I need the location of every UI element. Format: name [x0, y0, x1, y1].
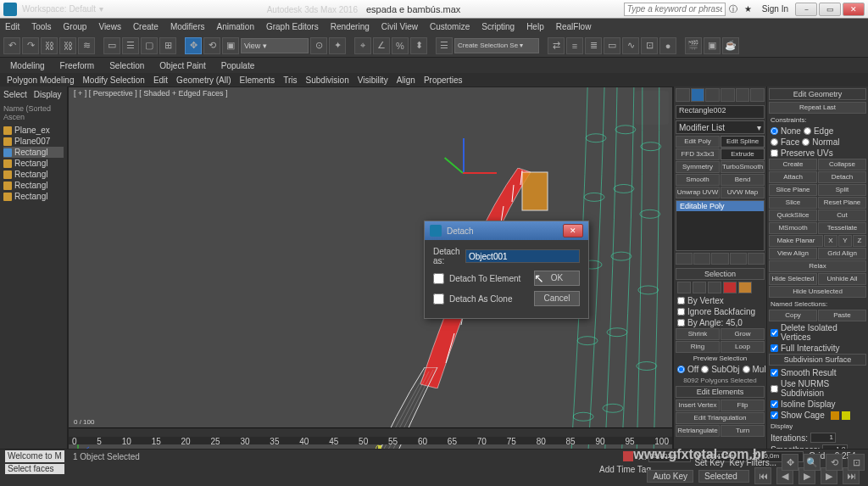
menu-create[interactable]: Create: [133, 22, 159, 31]
timetag-button[interactable]: Add Time Tag: [599, 465, 651, 474]
manipulate-button[interactable]: ✦: [329, 37, 346, 54]
menu-customize[interactable]: Customize: [430, 22, 470, 31]
tree-item[interactable]: Rectangl: [3, 180, 64, 191]
hidesel-button[interactable]: Hide Selected: [769, 273, 817, 285]
mod-smooth[interactable]: Smooth: [676, 174, 720, 186]
mod-bend[interactable]: Bend: [721, 174, 765, 186]
undo-button[interactable]: ↶: [3, 37, 20, 54]
maximize-button[interactable]: ▭: [819, 3, 841, 16]
subobj-element-icon[interactable]: [738, 282, 752, 293]
slice-button[interactable]: Slice: [769, 197, 817, 209]
render-button[interactable]: ☕: [722, 37, 739, 54]
planar-y-button[interactable]: Y: [838, 235, 852, 247]
move-button[interactable]: ✥: [185, 37, 202, 54]
dialog-close-button[interactable]: ✕: [563, 224, 583, 237]
modifier-list-dropdown[interactable]: Modifier List▾: [676, 120, 765, 134]
constraint-none-radio[interactable]: [771, 127, 778, 135]
menu-scripting[interactable]: Scripting: [481, 22, 515, 31]
tree-header[interactable]: Name (Sorted Ascen: [3, 104, 64, 121]
rotate-button[interactable]: ⟲: [203, 37, 220, 54]
schematic-button[interactable]: ⊡: [641, 37, 658, 54]
nurms-check[interactable]: [771, 385, 778, 393]
shrink-button[interactable]: Shrink: [676, 328, 720, 340]
layers-button[interactable]: ≣: [585, 37, 602, 54]
panel-modsel[interactable]: Modify Selection: [83, 75, 145, 85]
snap-button[interactable]: ⌖: [354, 37, 371, 54]
deliso-check[interactable]: [771, 329, 778, 337]
material-button[interactable]: ●: [659, 37, 676, 54]
pin-stack-icon[interactable]: [676, 253, 693, 265]
unique-icon[interactable]: [711, 253, 728, 265]
render-setup-button[interactable]: 🎬: [685, 37, 702, 54]
remove-mod-icon[interactable]: [730, 253, 747, 265]
redo-button[interactable]: ↷: [22, 37, 39, 54]
menu-civilview[interactable]: Civil View: [381, 22, 418, 31]
lock-icon[interactable]: [623, 451, 633, 461]
menu-views[interactable]: Views: [98, 22, 121, 31]
tessellate-button[interactable]: Tessellate: [818, 222, 866, 234]
close-button[interactable]: ✕: [843, 3, 865, 16]
modifier-stack[interactable]: Editable Poly: [676, 200, 765, 251]
menu-tools[interactable]: Tools: [31, 22, 51, 31]
menu-edit[interactable]: Edit: [5, 22, 19, 31]
flip-button[interactable]: Flip: [721, 399, 765, 411]
msmooth-button[interactable]: MSmooth: [769, 222, 817, 234]
rollout-selection[interactable]: Selection: [676, 268, 765, 280]
fullint-check[interactable]: [771, 344, 778, 352]
insertvertex-button[interactable]: Insert Vertex: [676, 399, 720, 411]
planar-x-button[interactable]: X: [824, 235, 837, 247]
star-icon[interactable]: ★: [744, 4, 752, 14]
turn-button[interactable]: Turn: [721, 425, 765, 437]
byvertex-check[interactable]: [677, 297, 685, 304]
panel-elements[interactable]: Elements: [240, 75, 275, 85]
planar-z-button[interactable]: Z: [853, 235, 866, 247]
viewport-label[interactable]: [ + ] [ Perspective ] [ Shaded + Edged F…: [74, 89, 228, 98]
maxscript-listener[interactable]: Welcome to M: [5, 450, 64, 462]
menu-group[interactable]: Group: [64, 22, 87, 31]
bind-button[interactable]: ≋: [78, 37, 95, 54]
nav-orbit-icon[interactable]: ⟲: [826, 454, 843, 471]
panel-vis[interactable]: Visibility: [358, 75, 388, 85]
collapse-button[interactable]: Collapse: [818, 159, 866, 170]
panel-geom[interactable]: Geometry (All): [176, 75, 231, 85]
preview-subobj-radio[interactable]: [701, 366, 709, 373]
panel-align[interactable]: Align: [397, 75, 415, 85]
viewalign-button[interactable]: View Align: [769, 248, 817, 260]
preview-multi-radio[interactable]: [743, 366, 750, 373]
align-button[interactable]: ≡: [566, 37, 583, 54]
isoline-check[interactable]: [771, 400, 778, 408]
mod-extrude[interactable]: Extrude: [721, 148, 765, 160]
menu-rendering[interactable]: Rendering: [331, 22, 370, 31]
tree-item[interactable]: Plane_ex: [3, 125, 64, 136]
rollout-editgeo[interactable]: Edit Geometry: [769, 88, 866, 100]
signin-button[interactable]: Sign In: [762, 4, 788, 14]
cut-button[interactable]: Cut: [818, 209, 866, 221]
object-name-field[interactable]: Rectangle002: [676, 105, 765, 119]
paste-button[interactable]: Paste: [818, 310, 866, 321]
scale-button[interactable]: ▣: [222, 37, 239, 54]
rollout-subdiv[interactable]: Subdivision Surface: [769, 354, 866, 366]
keymode-dropdown[interactable]: Selected: [698, 470, 749, 483]
panel-subdiv[interactable]: Subdivision: [306, 75, 349, 85]
loop-button[interactable]: Loop: [721, 341, 765, 353]
gridalign-button[interactable]: Grid Align: [818, 248, 866, 260]
detach-name-input[interactable]: [465, 249, 580, 263]
mod-editspline[interactable]: Edit Spline: [721, 136, 765, 148]
nav-zoom-icon[interactable]: 🔍: [804, 454, 821, 471]
ignoreback-check[interactable]: [677, 308, 685, 316]
mod-unwrap[interactable]: Unwrap UVW: [676, 187, 720, 198]
tree-item[interactable]: Rectangl: [3, 191, 64, 202]
menu-animation[interactable]: Animation: [216, 22, 253, 31]
mod-symmetry[interactable]: Symmetry: [676, 161, 720, 173]
relax-button[interactable]: Relax: [769, 260, 866, 272]
tree-item[interactable]: Rectangl: [3, 147, 64, 158]
mirror-button[interactable]: ⇄: [548, 37, 565, 54]
mod-turbosmooth[interactable]: TurboSmooth: [721, 161, 765, 173]
grow-button[interactable]: Grow: [721, 328, 765, 340]
tab-select[interactable]: Select: [3, 90, 27, 99]
subobj-vertex-icon[interactable]: [677, 282, 691, 293]
select-button[interactable]: ▭: [103, 37, 120, 54]
select-rect-button[interactable]: ▢: [141, 37, 158, 54]
ribbon-populate[interactable]: Populate: [221, 61, 254, 70]
help-search-input[interactable]: [624, 3, 726, 16]
